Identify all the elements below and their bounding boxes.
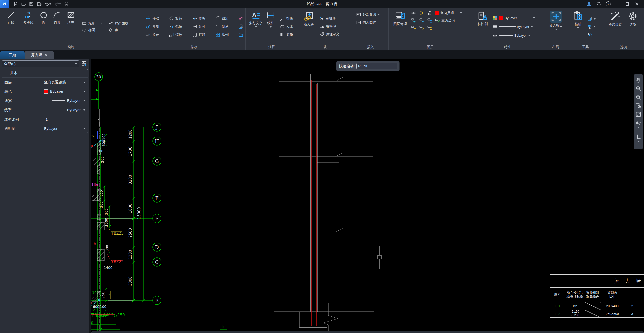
undo-dropdown-icon[interactable] — [49, 3, 51, 5]
revcloud-button[interactable]: 云线 — [279, 23, 294, 30]
support-button[interactable] — [595, 0, 602, 7]
layer-unlock-button[interactable] — [426, 10, 433, 16]
cut-clip-button[interactable] — [586, 23, 596, 30]
quick-select-button[interactable] — [81, 61, 88, 67]
spline-button[interactable]: 样条曲线 — [107, 20, 129, 27]
layer-lock-fade-button[interactable] — [426, 25, 433, 31]
lineweight-value-dropdown[interactable]: ByLayer — [42, 96, 88, 105]
rotate-button[interactable]: 旋转 — [168, 15, 191, 22]
find-replace-button[interactable] — [586, 31, 596, 38]
trim-button[interactable]: 修剪 — [191, 15, 214, 22]
linear-dim-dropdown-icon[interactable] — [270, 26, 272, 28]
ltscale-value-field[interactable]: 1 — [42, 115, 88, 124]
basic-section-header[interactable]: 基本 — [2, 69, 88, 78]
tab-drawing[interactable]: 剪力墙 — [25, 51, 54, 59]
chamfer-button[interactable]: 倒角 — [214, 23, 238, 30]
insert-block-button[interactable]: 插入块 — [300, 10, 317, 44]
new-file-button[interactable] — [13, 1, 19, 7]
copy-button[interactable]: 复制 — [145, 23, 168, 30]
zoom-out-button[interactable] — [635, 93, 642, 101]
break-button[interactable]: 打断 — [191, 32, 214, 39]
insert-image-button[interactable]: 插入图片 — [355, 19, 381, 26]
selection-filter-dropdown[interactable]: 全部(0) — [2, 60, 79, 67]
zoom-in-button[interactable] — [635, 85, 642, 93]
orbit-button[interactable] — [635, 119, 642, 127]
redo-button[interactable] — [54, 1, 62, 7]
layer-thaw-button[interactable] — [418, 10, 425, 16]
current-layer-dropdown[interactable]: 竖向贯通... — [434, 11, 462, 15]
layer-value-dropdown[interactable]: 竖向贯通钢筋 — [42, 78, 88, 87]
linear-dim-button[interactable]: 线性 — [265, 10, 276, 44]
scale-button[interactable]: 缩放 — [168, 32, 191, 39]
orbit-dropdown-icon[interactable] — [637, 127, 639, 128]
circle-button[interactable]: 圆 — [38, 10, 49, 44]
undo-button[interactable] — [44, 1, 52, 7]
mirror-button[interactable]: 镜像 — [168, 23, 191, 30]
ellipse-button[interactable]: 椭圆 — [81, 27, 103, 33]
extend-button[interactable]: 延伸 — [191, 23, 214, 30]
mtext-button[interactable]: A 多行文字 — [248, 10, 264, 44]
move-button[interactable]: 移动 — [145, 15, 168, 22]
leader-button[interactable]: 引线 — [279, 16, 294, 22]
erase-button[interactable] — [238, 15, 246, 22]
open-file-button[interactable] — [20, 1, 27, 7]
layer-walk-button[interactable] — [410, 25, 417, 31]
zoom-extents-button[interactable] — [635, 110, 642, 118]
table-button[interactable]: 表格 — [279, 31, 294, 38]
viewport-dropdown-icon[interactable] — [555, 29, 557, 30]
command-bar-edge[interactable] — [91, 331, 644, 333]
layer-on-button[interactable] — [410, 10, 417, 16]
layer-lock-button[interactable] — [426, 17, 433, 23]
tab-close-icon[interactable] — [44, 53, 47, 56]
linetype-value-dropdown[interactable]: ByLayer — [42, 105, 88, 115]
create-block-button[interactable]: 创建块 — [319, 16, 340, 22]
arc-button[interactable]: 圆弧 — [50, 10, 63, 44]
insert-viewport-button[interactable]: 插入视口 — [547, 10, 566, 44]
save-as-button[interactable] — [36, 1, 42, 7]
block-manager-button[interactable]: 块管理 — [319, 23, 340, 30]
mtext-dropdown-icon[interactable] — [255, 26, 257, 28]
tab-start[interactable]: 开始 — [0, 51, 25, 59]
set-current-layer-button[interactable]: 置为当前 — [434, 18, 462, 23]
app-logo[interactable]: H — [0, 0, 9, 8]
ucs-button[interactable] — [635, 133, 642, 141]
restore-button[interactable] — [624, 0, 631, 7]
stretch-button[interactable]: 拉伸 — [145, 32, 168, 39]
ucs-dropdown-icon[interactable] — [637, 141, 639, 142]
minimize-button[interactable] — [614, 0, 621, 7]
options-button[interactable]: 选项 — [626, 10, 640, 44]
attribute-define-button[interactable]: 属性定义 — [319, 31, 340, 38]
polyline-button[interactable]: 多段线 — [20, 10, 37, 44]
xref-button[interactable]: 外部参照 — [355, 11, 381, 18]
drawing-canvas[interactable]: 30 J H G F E D C B 1200 1700 3200 1800 2… — [91, 59, 644, 333]
rectangle-dropdown-icon[interactable] — [100, 23, 102, 24]
hatch-button[interactable]: 填充 — [64, 10, 78, 44]
print-button[interactable] — [63, 1, 70, 7]
layer-isolate-button[interactable] — [418, 25, 425, 31]
layer-off-button[interactable] — [410, 17, 417, 23]
lineweight-dropdown[interactable]: ByLayer — [492, 23, 535, 30]
close-button[interactable] — [633, 0, 640, 7]
line-button[interactable]: 直线 — [3, 10, 19, 44]
offset-button[interactable] — [238, 23, 246, 30]
paste-dropdown-icon[interactable] — [577, 27, 579, 29]
account-button[interactable] — [586, 0, 593, 7]
style-settings-button[interactable]: 样式设置 — [605, 10, 625, 44]
pan-button[interactable] — [635, 76, 642, 84]
object-color-dropdown[interactable]: ByLayer — [492, 15, 535, 21]
paste-button[interactable]: 粘贴 — [571, 10, 585, 44]
linetype-dropdown[interactable]: ByLayer — [492, 32, 535, 39]
group-button[interactable] — [238, 32, 246, 39]
transparency-value-dropdown[interactable]: ByLayer — [42, 124, 88, 133]
save-button[interactable] — [28, 1, 34, 7]
copy-clip-button[interactable] — [586, 16, 596, 22]
layer-freeze-button[interactable] — [418, 17, 425, 23]
color-value-dropdown[interactable]: ByLayer — [42, 87, 88, 96]
quick-launch-input[interactable] — [356, 63, 397, 69]
fillet-button[interactable]: 圆角 — [214, 15, 238, 22]
layer-manager-button[interactable]: 图层管理 — [391, 10, 409, 44]
help-button[interactable]: ? — [605, 0, 612, 7]
zoom-window-button[interactable] — [635, 102, 642, 110]
array-button[interactable]: 阵列 — [214, 32, 238, 39]
rectangle-button[interactable]: 矩形 — [81, 20, 103, 27]
